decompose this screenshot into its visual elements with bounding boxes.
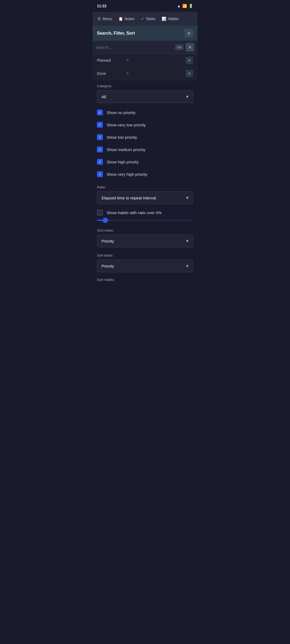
- status-bar: 11:22 ▲ 📶 🔋: [93, 0, 197, 12]
- checkbox-medium-priority-box: ✓: [97, 147, 103, 152]
- filter-planned-close-button[interactable]: ✕: [186, 57, 193, 64]
- sort-tasks-selected: Priority: [102, 264, 114, 268]
- ratio-label: Ratio:: [97, 185, 193, 189]
- filter-done-eq: =: [124, 71, 131, 76]
- status-icons: ▲ 📶 🔋: [177, 4, 193, 8]
- checkmark-icon: ✓: [98, 160, 102, 164]
- slider-thumb: [103, 218, 108, 223]
- tasks-icon: ✓: [141, 17, 144, 21]
- ratio-dropdown[interactable]: Elapsed time to repeat interval ▾: [97, 191, 193, 204]
- checkmark-icon: ✓: [98, 123, 102, 127]
- checkbox-very-low-priority-box: ✓: [97, 122, 103, 128]
- ratio-section: Ratio: Elapsed time to repeat interval ▾: [93, 181, 197, 206]
- sort-notes-selected: Priority: [102, 239, 114, 243]
- nav-notes-label: Notes: [125, 17, 135, 21]
- checkbox-low-priority[interactable]: ✓ Show low priority: [93, 131, 197, 143]
- checkbox-high-priority[interactable]: ✓ Show high priority: [93, 156, 197, 168]
- category-section: Category: All ▾: [93, 80, 197, 105]
- nav-tasks[interactable]: ✓ Tasks: [138, 14, 158, 23]
- checkbox-medium-priority[interactable]: ✓ Show medium priority: [93, 143, 197, 156]
- nav-bar: ☰ Menu 📋 Notes ✓ Tasks 📊 Habits: [93, 12, 197, 26]
- checkbox-very-high-priority[interactable]: ✓ Show very high priority: [93, 168, 197, 180]
- ratio-selected: Elapsed time to repeat interval: [102, 196, 156, 200]
- filter-done-label: Done: [97, 71, 122, 76]
- wifi-icon: 📶: [182, 4, 187, 8]
- checkbox-very-low-priority-label: Show very low priority: [107, 123, 146, 127]
- sort-tasks-section: Sort tasks: Priority ▾: [93, 250, 197, 275]
- category-label: Category:: [97, 84, 193, 88]
- section-header: Search, Filter, Sort ✕: [93, 26, 197, 41]
- search-close-button[interactable]: ✕: [186, 43, 194, 52]
- category-selected: All: [102, 94, 106, 99]
- habits-ratio-checkbox: [97, 210, 103, 215]
- main-content: Search, Filter, Sort ✕ Aa ✕ Planned = ✕ …: [93, 26, 197, 285]
- priority-checkbox-list: ✓ Show no priority ✓ Show very low prior…: [93, 105, 197, 181]
- checkmark-icon: ✓: [98, 110, 102, 115]
- category-dropdown-arrow-icon: ▾: [186, 94, 189, 100]
- checkbox-medium-priority-label: Show medium priority: [107, 147, 145, 152]
- filter-planned-label: Planned: [97, 58, 122, 63]
- search-input[interactable]: [96, 45, 173, 50]
- checkmark-icon: ✓: [98, 147, 102, 152]
- battery-icon: 🔋: [189, 4, 193, 8]
- nav-notes[interactable]: 📋 Notes: [116, 14, 137, 23]
- checkbox-very-high-priority-label: Show very high priority: [107, 172, 147, 177]
- checkbox-low-priority-label: Show low priority: [107, 135, 137, 140]
- habits-icon: 📊: [162, 17, 166, 21]
- checkbox-no-priority-label: Show no priority: [107, 110, 136, 115]
- nav-menu-label: Menu: [103, 17, 112, 21]
- habits-ratio-option[interactable]: Show habits with ratio over 0%: [93, 206, 197, 219]
- checkbox-no-priority[interactable]: ✓ Show no priority: [93, 106, 197, 119]
- checkbox-no-priority-box: ✓: [97, 109, 103, 115]
- sort-notes-dropdown[interactable]: Priority ▾: [97, 235, 193, 247]
- sort-notes-section: Sort notes: Priority ▾: [93, 225, 197, 250]
- checkbox-low-priority-box: ✓: [97, 134, 103, 140]
- checkbox-high-priority-box: ✓: [97, 159, 103, 165]
- nav-menu[interactable]: ☰ Menu: [95, 14, 115, 23]
- sort-tasks-dropdown-arrow-icon: ▾: [186, 263, 189, 269]
- checkbox-very-low-priority[interactable]: ✓ Show very low priority: [93, 119, 197, 131]
- checkmark-icon: ✓: [98, 135, 102, 139]
- nav-tasks-label: Tasks: [146, 17, 155, 21]
- nav-habits[interactable]: 📊 Habits: [159, 14, 181, 23]
- case-sensitive-button[interactable]: Aa: [175, 44, 183, 50]
- checkmark-icon: ✓: [98, 172, 102, 176]
- category-dropdown[interactable]: All ▾: [97, 90, 193, 103]
- habits-ratio-label: Show habits with ratio over 0%: [107, 210, 162, 215]
- sort-habits-label: Sort habits:: [93, 275, 197, 285]
- filter-row-done: Done = ✕: [93, 67, 197, 80]
- nav-habits-label: Habits: [168, 17, 179, 21]
- notes-icon: 📋: [118, 17, 123, 21]
- menu-icon: ☰: [97, 17, 101, 21]
- filter-planned-eq: =: [124, 58, 131, 63]
- ratio-dropdown-arrow-icon: ▾: [186, 195, 189, 201]
- sort-notes-label: Sort notes:: [97, 228, 193, 232]
- ratio-slider[interactable]: [97, 220, 193, 221]
- sort-notes-dropdown-arrow-icon: ▾: [186, 238, 189, 244]
- sort-tasks-label: Sort tasks:: [97, 253, 193, 257]
- sort-tasks-dropdown[interactable]: Priority ▾: [97, 259, 193, 272]
- filter-row-planned: Planned = ✕: [93, 54, 197, 67]
- status-time: 11:22: [97, 4, 107, 8]
- header-close-button[interactable]: ✕: [184, 29, 193, 38]
- checkbox-high-priority-label: Show high priority: [107, 160, 139, 164]
- slider-container: [93, 219, 197, 225]
- filter-done-close-button[interactable]: ✕: [186, 70, 193, 77]
- search-bar: Aa ✕: [93, 41, 197, 54]
- checkbox-very-high-priority-box: ✓: [97, 171, 103, 177]
- section-title: Search, Filter, Sort: [97, 31, 135, 36]
- signal-icon: ▲: [177, 4, 181, 8]
